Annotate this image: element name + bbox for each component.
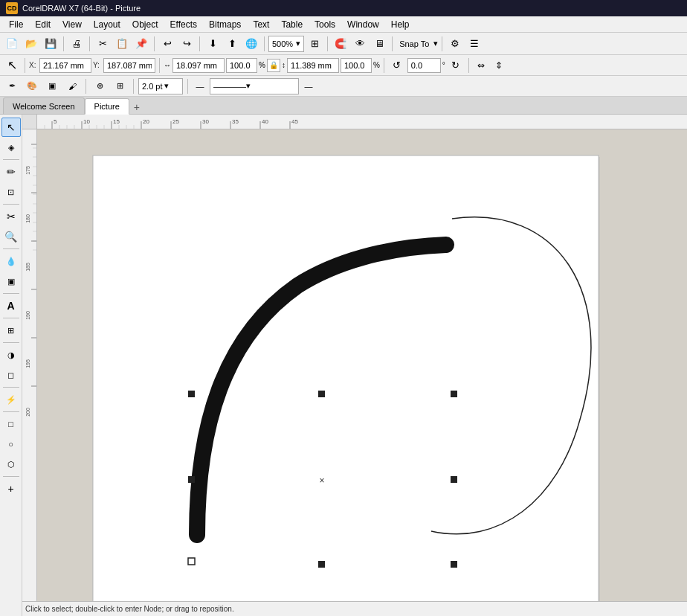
connector-tool[interactable]: ⚡ <box>1 390 21 409</box>
eyedropper-tool[interactable]: 💧 <box>1 251 21 271</box>
menu-layout[interactable]: Layout <box>88 18 126 31</box>
menu-text[interactable]: Text <box>247 18 275 31</box>
svg-text:200: 200 <box>25 408 30 417</box>
h-input[interactable] <box>287 58 339 73</box>
tool-sep-9 <box>3 476 19 477</box>
export-button[interactable]: ⬆ <box>223 35 241 53</box>
options-button[interactable]: ⚙ <box>446 35 464 53</box>
h-coord-field: ↕ <box>282 58 339 73</box>
x-input[interactable] <box>39 58 91 73</box>
hand-tool[interactable]: + <box>1 479 21 498</box>
node-tool[interactable]: ◈ <box>1 138 21 157</box>
handle-tr <box>451 391 457 397</box>
title-bar: CD CorelDRAW X7 (64-Bit) - Picture <box>0 0 687 16</box>
rotate-ccw-btn[interactable]: ↺ <box>388 57 406 74</box>
zoom-tool[interactable]: 🔍 <box>1 227 21 246</box>
menu-bitmaps[interactable]: Bitmaps <box>203 18 247 31</box>
publish-button[interactable]: 🌐 <box>242 35 260 53</box>
sep-t2-2 <box>159 58 160 73</box>
menu-edit[interactable]: Edit <box>29 18 57 31</box>
tab-picture[interactable]: Picture <box>85 98 129 115</box>
menu-view[interactable]: View <box>57 18 88 31</box>
svg-text:195: 195 <box>25 359 30 368</box>
polygon-tool[interactable]: ⬡ <box>1 455 21 474</box>
blend-tool[interactable]: ◑ <box>1 345 21 365</box>
rot-input[interactable] <box>407 58 441 73</box>
menu-table[interactable]: Table <box>275 18 309 31</box>
freehand-tool[interactable]: ✏ <box>1 162 21 182</box>
snap-button[interactable]: 🧲 <box>332 35 349 53</box>
mirror-h-btn[interactable]: ⇔ <box>473 57 489 74</box>
sep-t3-1 <box>86 79 86 94</box>
pointer-tool-bar[interactable]: ↖ <box>3 57 21 74</box>
rectangle-tool[interactable]: □ <box>1 414 21 434</box>
zoom-fit-button[interactable]: ⊞ <box>306 35 323 53</box>
zoom-dropdown[interactable]: 500% ▾ <box>268 36 304 52</box>
import-button[interactable]: ⬇ <box>204 35 222 53</box>
ellipse-tool[interactable]: ○ <box>1 434 21 454</box>
outline-width-value: 2.0 pt <box>142 82 163 91</box>
display-button[interactable]: 🖥 <box>370 35 388 53</box>
sep6 <box>327 36 328 51</box>
pick-tool[interactable]: ↖ <box>1 118 21 137</box>
svg-text:10: 10 <box>83 118 90 125</box>
w-input[interactable] <box>172 58 225 73</box>
text-tool[interactable]: A <box>1 296 21 315</box>
main-area: ↖ ◈ ✏ ⊡ ✂ 🔍 💧 ▣ A ⊞ ◑ ◻ ⚡ □ ○ ⬡ + <box>0 115 687 616</box>
tab-welcome[interactable]: Welcome Screen <box>3 97 85 114</box>
mirror-v-btn[interactable]: ⇕ <box>491 57 507 74</box>
rot-field <box>407 58 441 73</box>
menu-object[interactable]: Object <box>126 18 164 31</box>
redo-button[interactable]: ↪ <box>178 35 196 53</box>
workspace-button[interactable]: ☰ <box>465 35 483 53</box>
smart-fill-tool[interactable]: ⊡ <box>1 182 21 202</box>
fill-color-btn[interactable]: 🖌 <box>63 77 81 95</box>
sep5 <box>264 36 265 51</box>
save-button[interactable]: 💾 <box>42 35 59 53</box>
print-button[interactable]: 🖨 <box>68 35 86 53</box>
svg-text:5: 5 <box>54 118 57 125</box>
outline-pen-btn[interactable]: ✒ <box>3 77 21 95</box>
outline-color-btn[interactable]: 🎨 <box>23 77 41 95</box>
cut-button[interactable]: ✂ <box>94 35 112 53</box>
tab-add-btn[interactable]: + <box>129 100 144 114</box>
line-style-dropdown[interactable]: ———— ▾ <box>210 78 299 94</box>
line-style-value: ———— <box>213 82 246 91</box>
w-pct-input[interactable] <box>226 58 257 73</box>
menu-tools[interactable]: Tools <box>309 18 341 31</box>
drawing-canvas[interactable]: × <box>37 129 687 616</box>
sep-t3-2 <box>133 79 134 94</box>
contour-tool[interactable]: ◻ <box>1 365 21 385</box>
menu-file[interactable]: File <box>3 18 29 31</box>
pct-label-w: % <box>259 61 265 69</box>
rotate-cw-btn[interactable]: ↻ <box>447 57 465 74</box>
paste-button[interactable]: 📌 <box>132 35 150 53</box>
view-button[interactable]: 👁 <box>351 35 369 53</box>
copy-button[interactable]: 📋 <box>113 35 131 53</box>
outline-width-dropdown[interactable]: 2.0 pt ▾ <box>138 78 183 94</box>
svg-rect-0 <box>37 115 687 129</box>
snap-nodes-btn[interactable]: ⊕ <box>91 77 109 95</box>
menu-window[interactable]: Window <box>341 18 385 31</box>
crop-tool[interactable]: ✂ <box>1 207 21 226</box>
open-button[interactable]: 📂 <box>22 35 40 53</box>
table-tool[interactable]: ⊞ <box>1 321 21 340</box>
tabs-bar: Welcome Screen Picture + <box>0 97 687 115</box>
toolbox: ↖ ◈ ✏ ⊡ ✂ 🔍 💧 ▣ A ⊞ ◑ ◻ ⚡ □ ○ ⬡ + <box>0 115 22 616</box>
outline-width-unit: ▾ <box>164 81 169 91</box>
y-input[interactable] <box>103 58 155 73</box>
fill-btn[interactable]: ▣ <box>43 77 61 95</box>
status-bar: Click to select; double-click to enter N… <box>22 601 687 616</box>
toolbar1: 📄 📂 💾 🖨 ✂ 📋 📌 ↩ ↪ ⬇ ⬆ 🌐 500% ▾ ⊞ 🧲 👁 🖥 S… <box>0 33 687 55</box>
new-button[interactable]: 📄 <box>3 35 21 53</box>
undo-button[interactable]: ↩ <box>158 35 176 53</box>
snap-grid-btn[interactable]: ⊞ <box>111 77 129 95</box>
handle-bl <box>188 558 195 565</box>
menu-help[interactable]: Help <box>385 18 416 31</box>
deg-label: ° <box>442 61 445 69</box>
canvas-page <box>93 155 599 616</box>
h-pct-input[interactable] <box>341 58 372 73</box>
menu-effects[interactable]: Effects <box>164 18 203 31</box>
lock-ratio-btn[interactable]: 🔒 <box>267 59 280 72</box>
fill-tool[interactable]: ▣ <box>1 272 21 291</box>
